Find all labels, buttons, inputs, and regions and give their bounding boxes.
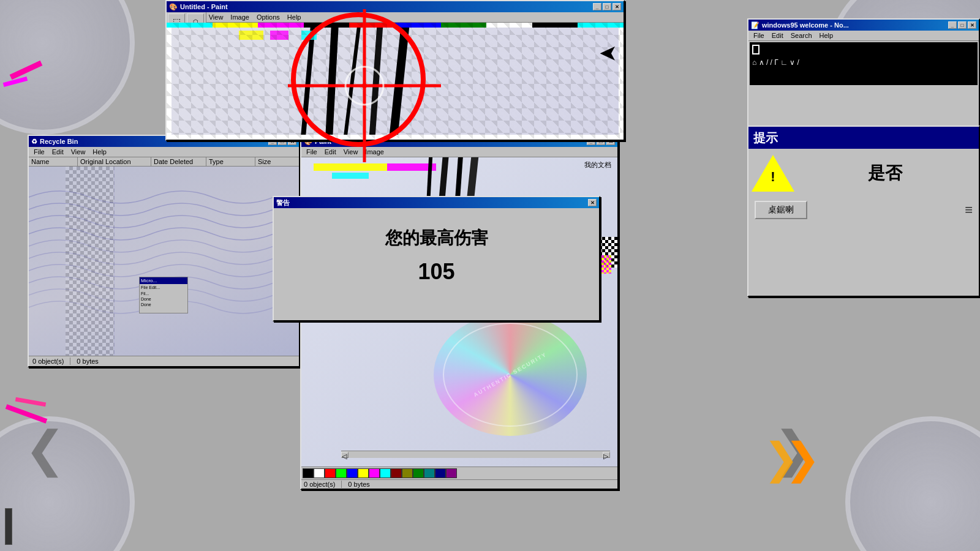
paint-titlebar: 🎨 Untitled - Paint _ □ ✕ [167,1,624,12]
paint-menubar: File Edit View Image Options Help [167,12,624,23]
paint2-hscroll[interactable]: ◁ ▷ [341,451,610,458]
paint-close-btn[interactable]: ✕ [612,3,621,10]
paint-menu-image[interactable]: Image [227,13,253,21]
paint-menu-options[interactable]: Options [253,13,284,21]
glitch-line-3 [344,28,360,135]
paint2-status-size: 0 bytes [348,481,369,488]
glitch-block-y [314,163,387,171]
recycle-menu-file[interactable]: File [30,148,48,156]
tip-title: 提示 [753,130,778,146]
warning-exclamation: ! [771,169,775,185]
recycle-bin-window: ♻ Recycle Bin _ □ ✕ File Edit View Help … [28,135,300,367]
recycle-icon: ♻ [31,138,37,146]
paint2-menu-image[interactable]: Image [361,148,388,156]
recycle-menu-edit[interactable]: Edit [48,148,67,156]
alert-close-btn[interactable]: ✕ [588,199,597,206]
color-yellow[interactable] [358,468,369,478]
paint-icon: 🎨 [169,3,178,11]
paint-menu-help[interactable]: Help [284,13,305,21]
paint2-menu-file[interactable]: File [303,148,321,156]
color-navy[interactable] [435,468,446,478]
color-red[interactable] [325,468,336,478]
alert-dialog: 警告 ✕ 您的最高伤害 105 [273,196,600,321]
color-white[interactable] [314,468,325,478]
color-maroon[interactable] [391,468,402,478]
notepad-menu-edit[interactable]: Edit [768,31,787,40]
tip-window: 提示 ! 是否 桌鋸喇 ≡ [747,126,980,297]
alert-title-area: 警告 [276,198,290,208]
recycle-columns: Name Original Location Date Deleted Type… [29,157,299,167]
color-olive[interactable] [402,468,413,478]
notepad-title: windows95 welcome - No... [762,21,849,29]
alert-number: 105 [286,259,587,285]
paint-window: 🎨 Untitled - Paint _ □ ✕ File Edit View … [165,0,625,141]
tip-body-text: 是否 [794,162,976,185]
paint-canvas[interactable]: ➤ [167,23,624,140]
glitch-line-1 [301,28,315,135]
notepad-menu-file[interactable]: File [750,31,768,40]
mini-dialog-item3: Done [140,302,187,307]
tip-titlebar: 提示 [748,127,979,149]
mini-dialog-stub: Micro... File Edit... Fil... Done Done [139,277,188,313]
notepad-close-btn[interactable]: ✕ [968,21,976,29]
glitch-yellow [239,31,263,40]
recycle-menu-help[interactable]: Help [89,148,110,156]
notepad-maximize-btn[interactable]: □ [958,21,967,29]
color-green[interactable] [336,468,347,478]
paint2-menu-edit[interactable]: Edit [321,148,340,156]
paint-maximize-btn[interactable]: □ [603,3,611,10]
recycle-col-date[interactable]: Date Deleted [151,157,206,166]
alert-controls: ✕ [588,199,597,206]
holo-circle: AUTHENTIC SECURITY [434,313,587,436]
color-magenta[interactable] [369,468,380,478]
notepad-content[interactable]: ⌂ ∧ / / Γ ∟ ∨ / [750,42,978,85]
cursor-arrow-right: ➤ [599,41,617,67]
color-dkgreen[interactable] [413,468,424,478]
mini-dialog-item2: Done [140,296,187,302]
color-black[interactable] [303,468,314,478]
notepad-titlebar: 📝 windows95 welcome - No... _ □ ✕ [748,20,979,31]
notepad-symbols: ⌂ ∧ / / Γ ∟ ∨ / [750,57,978,68]
alert-title: 警告 [276,198,290,208]
mini-dialog-title: Micro... [140,277,187,284]
recycle-col-name[interactable]: Name [29,157,78,166]
color-cyan[interactable] [380,468,391,478]
scroll-left-btn[interactable]: ◁ [341,452,349,458]
notepad-line1 [750,42,978,57]
paint-controls: _ □ ✕ [593,3,621,10]
notepad-window: 📝 windows95 welcome - No... _ □ ✕ File E… [747,18,980,141]
paint-minimize-btn[interactable]: _ [593,3,601,10]
glitch-color-bars [167,23,624,28]
recycle-col-location[interactable]: Original Location [78,157,151,166]
notepad-controls: _ □ ✕ [948,21,976,29]
hamburger-icon[interactable]: ≡ [965,203,973,217]
deco-disc-bottom-left [0,416,135,551]
color-teal[interactable] [424,468,435,478]
glitch-magenta [270,31,288,40]
glitch-line-2 [325,28,338,135]
recycle-content-area: Micro... File Edit... Fil... Done Done [29,167,299,356]
notepad-cursor [752,45,760,54]
recycle-status: 0 object(s) 0 bytes [29,356,299,366]
deco-disc-bottom-right [845,416,980,551]
nav-arrow-right-shadow: ❯ [763,433,799,484]
recycle-menu-view[interactable]: View [67,148,89,156]
color-purple[interactable] [446,468,457,478]
recycle-col-size[interactable]: Size [255,157,304,166]
recycle-title-area: ♻ Recycle Bin [31,138,78,146]
glitch-cyan [301,31,317,40]
scroll-right-btn[interactable]: ▷ [603,452,610,458]
paint-title: Untitled - Paint [180,3,228,10]
notepad-minimize-btn[interactable]: _ [948,21,957,29]
anime-canvas-area [172,28,619,135]
recycle-title: Recycle Bin [40,138,78,145]
color-blue[interactable] [347,468,358,478]
checker-column [66,167,115,356]
recycle-status-size: 0 bytes [77,358,98,365]
paint-menu-view[interactable]: View [205,13,227,21]
paint2-menu-view[interactable]: View [340,148,362,156]
nav-arrow-left[interactable]: ❮ [24,421,66,478]
tip-main-button[interactable]: 桌鋸喇 [755,201,807,219]
paint-title-area: 🎨 Untitled - Paint [169,3,228,11]
recycle-col-type[interactable]: Type [206,157,255,166]
